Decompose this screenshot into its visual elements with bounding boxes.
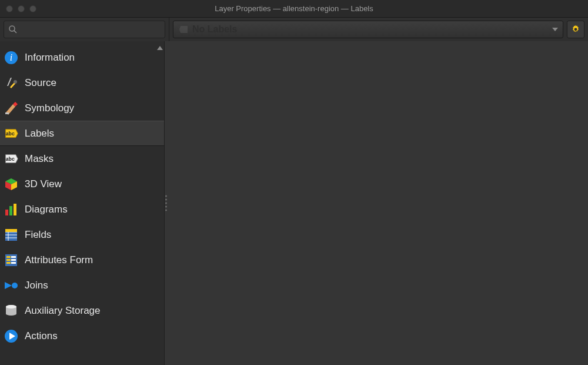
svg-rect-14 (9, 206, 12, 215)
sidebar: i Information Source Symbology abc (0, 41, 165, 365)
sidebar-search-container (0, 18, 169, 41)
attributes-form-icon (4, 253, 19, 268)
svg-point-6 (14, 80, 17, 84)
svg-rect-26 (11, 259, 16, 261)
source-icon (4, 75, 19, 91)
3dview-icon (4, 177, 19, 192)
svg-rect-24 (11, 256, 16, 258)
chevron-down-icon (552, 28, 558, 31)
toolbar-row: No Labels (0, 18, 588, 41)
gear-icon (570, 24, 581, 35)
sidebar-nav: i Information Source Symbology abc (0, 41, 164, 349)
sidebar-item-diagrams[interactable]: Diagrams (0, 197, 164, 222)
actions-icon (4, 328, 19, 344)
svg-text:abc: abc (6, 156, 15, 162)
window-title: Layer Properties — allenstein-region — L… (0, 4, 588, 13)
sidebar-item-label: Masks (25, 153, 54, 165)
no-labels-icon (178, 26, 189, 33)
svg-marker-29 (5, 282, 12, 289)
joins-icon (4, 278, 19, 293)
sidebar-item-3dview[interactable]: 3D View (0, 171, 164, 197)
svg-text:abc: abc (6, 131, 15, 137)
svg-rect-7 (5, 112, 9, 114)
dialog-body: i Information Source Symbology abc (0, 41, 588, 365)
svg-text:i: i (10, 52, 12, 62)
sidebar-item-attributes-form[interactable]: Attributes Form (0, 247, 164, 273)
sidebar-item-label: Fields (25, 229, 51, 241)
svg-point-32 (6, 305, 16, 308)
zoom-window-button[interactable] (29, 5, 36, 12)
sidebar-item-label: Symbology (25, 102, 74, 114)
sidebar-item-masks[interactable]: abc Masks (0, 146, 164, 171)
sidebar-item-fields[interactable]: Fields (0, 222, 164, 247)
diagrams-icon (4, 202, 19, 217)
fields-icon (4, 227, 19, 243)
svg-rect-27 (6, 262, 11, 264)
sidebar-item-symbology[interactable]: Symbology (0, 95, 164, 121)
splitter-handle[interactable] (164, 194, 168, 213)
sidebar-item-labels[interactable]: abc Labels (0, 121, 164, 146)
svg-point-0 (9, 26, 15, 31)
sidebar-item-label: Source (25, 77, 56, 89)
svg-rect-23 (6, 256, 11, 258)
svg-line-1 (14, 31, 16, 33)
label-settings-button[interactable] (567, 21, 584, 38)
sidebar-item-label: Attributes Form (25, 254, 93, 266)
content-panel (165, 41, 588, 365)
svg-point-30 (12, 283, 18, 288)
scroll-up-indicator[interactable] (157, 46, 163, 50)
sidebar-item-source[interactable]: Source (0, 70, 164, 95)
search-icon (8, 24, 18, 35)
svg-rect-25 (6, 259, 11, 261)
svg-rect-13 (5, 210, 8, 215)
labels-icon: abc (4, 126, 19, 141)
search-input[interactable] (4, 21, 165, 38)
symbology-icon (4, 101, 19, 116)
svg-rect-15 (14, 204, 16, 215)
minimize-window-button[interactable] (18, 5, 25, 12)
label-mode-row: No Labels (169, 18, 588, 41)
sidebar-item-auxiliary-storage[interactable]: Auxiliary Storage (0, 298, 164, 323)
sidebar-item-label: Diagrams (25, 204, 68, 215)
sidebar-item-label: Joins (25, 280, 48, 291)
info-icon: i (4, 50, 19, 65)
sidebar-item-label: Actions (25, 330, 58, 342)
svg-rect-21 (5, 229, 17, 232)
auxiliary-storage-icon (4, 303, 19, 318)
window-controls (6, 5, 36, 12)
sidebar-item-label: Information (25, 52, 75, 64)
sidebar-item-label: Labels (25, 128, 54, 140)
sidebar-item-label: Auxiliary Storage (25, 305, 101, 317)
sidebar-item-actions[interactable]: Actions (0, 323, 164, 349)
sidebar-item-information[interactable]: i Information (0, 45, 164, 70)
sidebar-item-joins[interactable]: Joins (0, 273, 164, 298)
svg-rect-28 (11, 262, 16, 264)
masks-icon: abc (4, 151, 19, 167)
close-window-button[interactable] (6, 5, 13, 12)
sidebar-item-label: 3D View (25, 178, 62, 190)
label-mode-selected: No Labels (192, 24, 237, 35)
svg-point-3 (574, 28, 577, 31)
titlebar: Layer Properties — allenstein-region — L… (0, 0, 588, 18)
label-mode-dropdown[interactable]: No Labels (173, 21, 563, 38)
